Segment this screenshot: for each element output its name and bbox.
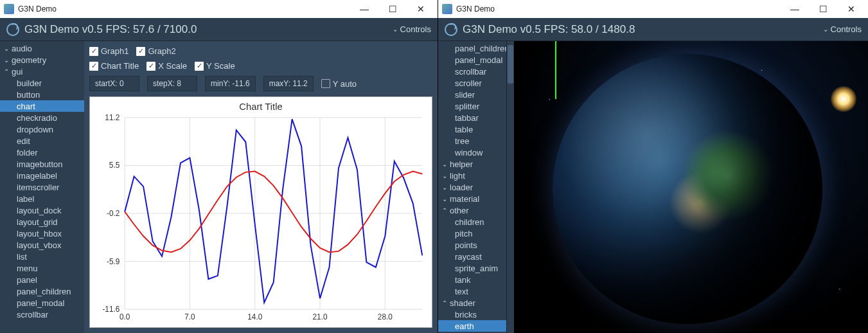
tree-item-pitch[interactable]: pitch	[438, 228, 514, 239]
maximize-icon[interactable]: ☐	[378, 0, 407, 18]
tree-item-gui[interactable]: ⌃gui	[0, 66, 84, 77]
tree-item-label: earth	[455, 321, 474, 331]
tree-item-imagelabel[interactable]: imagelabel	[0, 170, 84, 181]
tree-item-raycast[interactable]: raycast	[438, 251, 514, 262]
tree-item-label: sprite_anim	[455, 264, 498, 273]
checkbox-graph2[interactable]: ✓Graph2	[136, 46, 175, 56]
tree-item-loader[interactable]: ⌄loader	[438, 181, 514, 193]
tree-item-layout_dock[interactable]: layout_dock	[0, 204, 84, 216]
input-miny[interactable]: minY: -11.6	[205, 76, 256, 91]
tree-item-earth[interactable]: earth	[438, 320, 514, 332]
tree-item-light[interactable]: ⌄light	[438, 170, 514, 181]
tree-item-label[interactable]: label	[0, 193, 84, 204]
tree-item-label: loader	[450, 183, 473, 192]
tree-item-window[interactable]: window	[438, 147, 514, 158]
tree-item-chart[interactable]: chart	[0, 100, 84, 112]
checkbox-chart-title[interactable]: ✓Chart Title	[89, 61, 139, 71]
tree-item-panel_modal[interactable]: panel_modal	[0, 297, 84, 309]
tree-item-tabbar[interactable]: tabbar	[438, 112, 514, 123]
tree-item-panel[interactable]: panel	[0, 274, 84, 285]
viewport-3d[interactable]	[514, 41, 868, 333]
tree-item-itemscroller[interactable]: itemscroller	[0, 181, 84, 193]
minimize-icon[interactable]: —	[350, 0, 378, 18]
tree-item-layout_vbox[interactable]: layout_vbox	[0, 239, 84, 251]
tree-item-geometry[interactable]: ⌄geometry	[0, 54, 84, 66]
app-header: G3N Demo v0.5 FPS: 57.6 / 7100.0 ⌄ Contr…	[0, 18, 438, 41]
tree-item-label: geometry	[12, 55, 46, 65]
tree-item-panel_modal[interactable]: panel_modal	[438, 54, 514, 66]
tree-item-slider[interactable]: slider	[438, 89, 514, 100]
checkbox-y-auto[interactable]: Y auto	[321, 79, 357, 89]
tree-item-label: chart	[17, 102, 35, 111]
tree-item-label: imagebutton	[17, 159, 63, 169]
tree-item-imagebutton[interactable]: imagebutton	[0, 158, 84, 170]
tree-item-scrollbar[interactable]: scrollbar	[438, 66, 514, 77]
chevron-down-icon: ⌄	[442, 172, 450, 179]
controls-dropdown[interactable]: ⌄ Controls	[823, 24, 862, 34]
svg-text:28.0: 28.0	[378, 312, 393, 321]
close-icon[interactable]: ✕	[407, 0, 435, 18]
tree-item-edit[interactable]: edit	[0, 135, 84, 147]
tree-item-panel_children[interactable]: panel_children	[0, 285, 84, 297]
checkbox-x-scale[interactable]: ✓X Scale	[146, 61, 187, 71]
scrollbar[interactable]	[506, 41, 514, 333]
tree-item-builder[interactable]: builder	[0, 77, 84, 89]
tree-item-label: layout_vbox	[17, 240, 61, 250]
tree-item-splitter[interactable]: splitter	[438, 100, 514, 112]
tree-item-tank[interactable]: tank	[438, 274, 514, 285]
sidebar-tree[interactable]: ⌄audio⌄geometry⌃guibuilderbuttonchartche…	[0, 41, 84, 333]
tree-item-audio[interactable]: ⌄audio	[0, 42, 84, 54]
tree-item-children[interactable]: children	[438, 216, 514, 228]
tree-item-label: menu	[17, 264, 38, 273]
tree-item-label: itemscroller	[17, 183, 59, 192]
controls-dropdown[interactable]: ⌄ Controls	[393, 24, 431, 34]
minimize-icon[interactable]: —	[781, 0, 809, 18]
sidebar-tree[interactable]: panel_childrenpanel_modalscrollbarscroll…	[438, 41, 514, 333]
maximize-icon[interactable]: ☐	[809, 0, 837, 18]
tree-item-label: points	[455, 240, 477, 250]
tree-item-label: scroller	[455, 78, 482, 88]
tree-item-points[interactable]: points	[438, 239, 514, 251]
chevron-down-icon: ⌄	[442, 195, 450, 203]
chevron-up-icon: ⌃	[442, 207, 450, 214]
svg-text:11.2: 11.2	[105, 113, 120, 122]
tree-item-text[interactable]: text	[438, 285, 514, 297]
tree-item-checkradio[interactable]: checkradio	[0, 112, 84, 123]
tree-item-material[interactable]: ⌄material	[438, 193, 514, 204]
tree-item-bricks[interactable]: bricks	[438, 309, 514, 320]
input-maxy[interactable]: maxY: 11.2	[263, 76, 314, 91]
tree-item-layout_grid[interactable]: layout_grid	[0, 216, 84, 228]
tree-item-scroller[interactable]: scroller	[438, 77, 514, 89]
checkbox-label: X Scale	[158, 61, 187, 71]
tree-item-label: panel_children	[455, 44, 509, 53]
tree-item-label: builder	[17, 78, 42, 88]
tree-item-button[interactable]: button	[0, 89, 84, 100]
tree-item-label: list	[17, 252, 27, 262]
tree-item-label: imagelabel	[17, 171, 57, 181]
checkbox-y-scale[interactable]: ✓Y Scale	[195, 61, 235, 71]
tree-item-layout_hbox[interactable]: layout_hbox	[0, 228, 84, 239]
tree-item-label: text	[455, 287, 468, 296]
titlebar[interactable]: G3N Demo — ☐ ✕	[438, 0, 868, 18]
tree-item-scrollbar[interactable]: scrollbar	[0, 309, 84, 320]
titlebar[interactable]: G3N Demo — ☐ ✕	[0, 0, 438, 18]
tree-item-tree[interactable]: tree	[438, 135, 514, 147]
input-startx[interactable]: startX: 0	[89, 76, 139, 91]
input-stepx[interactable]: stepX: 8	[147, 76, 197, 91]
tree-item-helper[interactable]: ⌄helper	[438, 158, 514, 170]
tree-item-list[interactable]: list	[0, 251, 84, 262]
controls-label: Controls	[400, 24, 431, 34]
tree-item-sprite_anim[interactable]: sprite_anim	[438, 262, 514, 274]
tree-item-table[interactable]: table	[438, 123, 514, 135]
checkbox-graph1[interactable]: ✓Graph1	[89, 46, 128, 56]
tree-item-panel_children[interactable]: panel_children	[438, 42, 514, 54]
tree-item-dropdown[interactable]: dropdown	[0, 123, 84, 135]
tree-item-other[interactable]: ⌃other	[438, 204, 514, 216]
tree-item-folder[interactable]: folder	[0, 147, 84, 158]
scrollbar-thumb[interactable]	[508, 45, 513, 84]
close-icon[interactable]: ✕	[837, 0, 865, 18]
tree-item-menu[interactable]: menu	[0, 262, 84, 274]
tree-item-label: shader	[450, 298, 475, 308]
app-icon	[4, 4, 14, 14]
tree-item-shader[interactable]: ⌃shader	[438, 297, 514, 309]
